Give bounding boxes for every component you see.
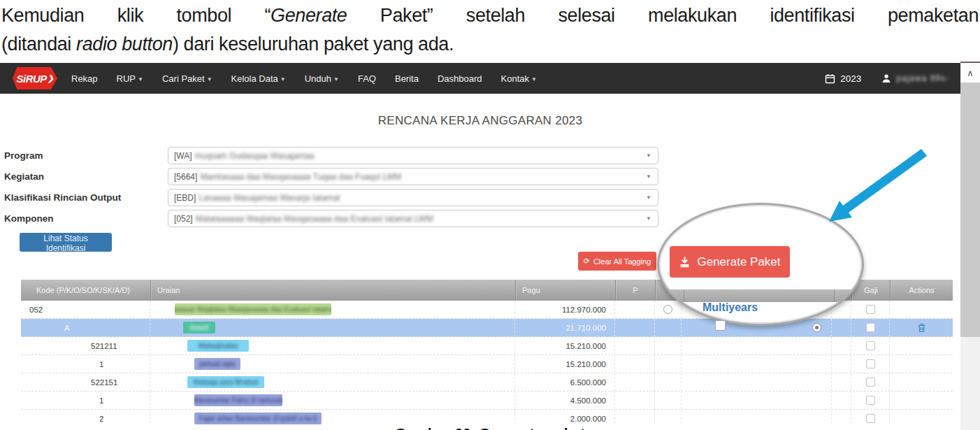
table-row-522151[interactable]: 522151Mataaja jasa Mrataal6.500.000 <box>21 373 953 392</box>
nav-item-rup[interactable]: RUP▼ <box>117 73 143 84</box>
pagu-value: 15.210.000 <box>565 342 606 350</box>
delete-trash-icon[interactable] <box>917 323 926 333</box>
select-code: [052] <box>174 214 193 224</box>
chevron-down-icon: ▼ <box>646 152 651 159</box>
nav-item-faq[interactable]: FAQ <box>358 73 376 84</box>
cell-col-p <box>615 373 655 391</box>
paket-radio-selected[interactable] <box>812 323 821 332</box>
cell-col-mid1 <box>655 319 682 336</box>
cell-col-kode: 1 <box>21 392 150 409</box>
header-col-kode: Kode (P/K/O/SO/K/SK/A/D) <box>21 280 150 301</box>
clear-all-tagging-button[interactable]: ⟳Clear All Tagging <box>578 252 656 271</box>
select-value-redacted: Mamtasaaa daa Masqasaaaa Tuqaa daa Fuaqs… <box>200 172 401 182</box>
nav-item-unduh[interactable]: Unduh▼ <box>305 73 339 84</box>
lihat-status-button[interactable]: Lihat Status Identifikasi <box>20 233 112 252</box>
kode-value: 1 <box>21 396 103 405</box>
form-select-3[interactable]: [EBD]Lasaaaa Wasajamaa Wasarja Iatamal▼ <box>168 189 658 206</box>
gaji-checkbox[interactable] <box>866 323 875 332</box>
cell-col-actions <box>890 373 953 391</box>
table-row-521211[interactable]: 521211Mataajlsataa15.210.000 <box>21 337 953 355</box>
uraian-redacted-highlight: Aawdl <box>183 322 215 334</box>
table-row-1[interactable]: 1Marasumtar Fatra (II tartusat)4.500.000 <box>21 392 953 410</box>
select-code: [WA] <box>174 151 192 161</box>
gaji-checkbox[interactable] <box>866 341 875 350</box>
cell-col-p <box>615 319 655 336</box>
cell-col-gaji <box>851 337 890 354</box>
generate-paket-button[interactable]: Generate Paket <box>670 246 790 278</box>
sirup-screenshot: SiRUP❯ RekapRUP▼Cari Paket▼Kelola Data▼U… <box>0 62 960 425</box>
cell-col-gaji <box>851 355 890 373</box>
scrollbar[interactable]: ∧ <box>960 63 980 430</box>
uraian-redacted-highlight: Malataaaaaa Waqlataa Maaqasaaaa daa Esal… <box>175 303 331 315</box>
cell-col-uraian: Malataaaaaa Waqlataa Maaqasaaaa daa Esal… <box>150 301 515 318</box>
nav-item-kelola-data[interactable]: Kelola Data▼ <box>231 73 286 84</box>
chevron-down-icon: ▼ <box>531 76 537 83</box>
cell-col-pagu: 6.500.000 <box>515 373 615 391</box>
chevron-down-icon: ▼ <box>280 76 286 83</box>
username-redacted[interactable]: pajawa 99s- <box>896 73 949 83</box>
cell-col-uraian: Marasumtar Fatra (II tartusat) <box>150 392 515 409</box>
nav-item-kontak[interactable]: Kontak▼ <box>501 73 537 84</box>
scrollbar-thumb[interactable] <box>960 83 980 337</box>
pagu-value: 112.970.000 <box>562 306 606 314</box>
kode-value: 2 <box>21 415 103 423</box>
user-icon <box>881 73 891 83</box>
table-row-1[interactable]: 1jamual aqla15.210.000 <box>21 355 953 373</box>
select-value-redacted: Lasaaaa Wasajamaa Wasarja Iatamal <box>199 193 340 203</box>
paket-radio[interactable] <box>663 305 672 314</box>
kode-value: 1 <box>21 360 103 368</box>
cell-col-mid3 <box>832 337 851 354</box>
gaji-checkbox[interactable] <box>866 414 875 423</box>
chevron-down-icon: ▼ <box>646 173 651 180</box>
select-code: [EBD] <box>174 193 196 203</box>
cell-col-mid1 <box>655 355 682 373</box>
nav-item-rekap[interactable]: Rekap <box>71 73 98 84</box>
cell-col-p <box>615 392 655 409</box>
table-body: 052Malataaaaaa Waqlataa Maaqasaaaa daa E… <box>21 301 953 425</box>
cell-col-kode: 521211 <box>21 337 150 354</box>
cell-col-multiyears <box>682 355 832 373</box>
uraian-redacted-highlight: Mataajlsataa <box>187 340 249 352</box>
paragraph-line-2: (ditandai radio button) dari keseluruhan… <box>1 30 979 59</box>
figure-caption-partial: Gambar 60. Generate paket <box>0 425 980 430</box>
table-row-A[interactable]: AAawdl21.710.000 <box>21 319 953 337</box>
form-select-2[interactable]: [5664]Mamtasaaa daa Masqasaaaa Tuqaa daa… <box>168 168 658 185</box>
nav-item-dashboard[interactable]: Dashboard <box>438 73 482 84</box>
nav-menu: RekapRUP▼Cari Paket▼Kelola Data▼Unduh▼FA… <box>71 73 537 84</box>
nav-item-berita[interactable]: Berita <box>395 73 419 84</box>
cell-col-multiyears <box>682 410 832 425</box>
uraian-redacted-highlight: Marasumtar Fatra (II tartusat) <box>194 394 282 406</box>
cell-col-actions <box>890 392 953 409</box>
chevron-down-icon: ▼ <box>646 194 651 201</box>
uraian-redacted-highlight: Fajar artaa Narasumtar (Fa)dstl a-ta-l) <box>194 413 322 424</box>
cell-col-mid1 <box>655 392 682 409</box>
chevron-down-icon: ▼ <box>333 76 339 83</box>
cell-col-mid3 <box>832 373 851 391</box>
cell-col-pagu: 2.000.000 <box>515 410 615 425</box>
nav-right: 2023 pajawa 99s- <box>825 73 949 84</box>
chevron-down-icon: ▼ <box>138 76 143 83</box>
kode-value: 052 <box>21 306 43 314</box>
cell-col-actions <box>890 301 953 318</box>
table-row-2[interactable]: 2Fajar artaa Narasumtar (Fa)dstl a-ta-l)… <box>21 410 953 425</box>
gaji-checkbox[interactable] <box>866 359 875 368</box>
page-root: Kemudian klik tombol “Generate Paket” se… <box>0 0 980 430</box>
nav-item-cari-paket[interactable]: Cari Paket▼ <box>162 73 212 84</box>
gaji-checkbox[interactable] <box>866 305 875 314</box>
form-select-4[interactable]: [052]Malataaaaaa Waqlataa Masqasaaaa daa… <box>168 210 658 227</box>
form-select-1[interactable]: [WA]muqsam Gudasqaa Wasajamaa▼ <box>168 147 658 164</box>
scroll-up-button[interactable]: ∧ <box>960 63 980 83</box>
sirup-logo[interactable]: SiRUP❯ <box>13 67 57 89</box>
multiyears-checkbox-magnified[interactable] <box>715 320 726 331</box>
page-title: RENCANA KERJA ANGGARAN 2023 <box>0 114 960 128</box>
pagu-value: 4.500.000 <box>570 396 606 405</box>
kode-value: A <box>21 324 70 332</box>
year-badge[interactable]: 2023 <box>840 73 861 84</box>
kode-value: 521211 <box>21 342 117 350</box>
cell-col-kode: 1 <box>21 355 150 373</box>
pagu-value: 2.000.000 <box>570 415 606 423</box>
gaji-checkbox[interactable] <box>866 378 875 387</box>
gaji-checkbox[interactable] <box>866 396 875 405</box>
form-label-2: Kegiatan <box>4 171 44 182</box>
cell-col-uraian: jamual aqla <box>150 355 515 373</box>
